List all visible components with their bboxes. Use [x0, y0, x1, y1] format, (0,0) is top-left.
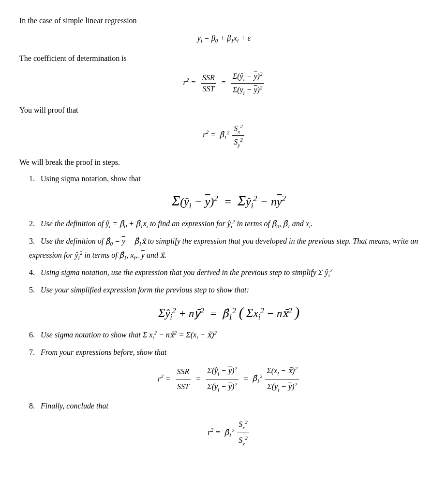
step-5: 5. Use your simplified expression form t… [29, 284, 429, 323]
proof-steps-intro: We will break the proof in steps. [19, 156, 429, 169]
step-8: 8. Finally, conclude that r2 = β̂12 Sx2 … [29, 400, 429, 448]
frac-step7-3: Σ(xi − x̄)2 Σ(yi − y)2 [265, 364, 299, 394]
proof-text: You will proof that [19, 104, 429, 116]
formula-step1: Σ(ŷi − y)2 = Σŷi2 − ny2 [29, 189, 429, 213]
steps-list: 1. Using sigma notation, show that Σ(ŷi … [29, 173, 429, 448]
step-6-num: 6. [29, 331, 39, 339]
step-7-text: From your expressions before, show that [41, 348, 166, 356]
step-8-num: 8. [29, 402, 39, 410]
step-5-text: Use your simplified expression form the … [41, 286, 249, 294]
formula-step5: Σŷi2 + nȳ2 = β̂12 ( Σxi2 − nx̄2 ) [29, 301, 429, 324]
frac-step8: Sx2 Sy2 [237, 418, 249, 448]
step-1-text: Using sigma notation, show that [41, 175, 141, 183]
step-5-num: 5. [29, 286, 39, 294]
step-3-num: 3. [29, 237, 39, 245]
formula-2: r2 = SSR SST = Σ(ŷi − y)2 Σ(yi − y)2 [19, 71, 429, 95]
formula-3: r2 = β̂12 Sx2 Sy2 [19, 123, 429, 147]
step-1-num: 1. [29, 175, 39, 183]
step-6: 6. Use sigma notation to show that Σ xi2… [29, 329, 429, 342]
step-6-text: Use sigma notation to show that Σ xi2 − … [41, 331, 217, 339]
formula-step8: r2 = β̂12 Sx2 Sy2 [29, 418, 429, 448]
formula-1: yi = β0 + β1xi + ε [19, 34, 429, 44]
frac-sx-sy: Sx2 Sy2 [232, 123, 244, 147]
frac-step7-1: SSR SST [176, 365, 191, 393]
step-7: 7. From your expressions before, show th… [29, 346, 429, 394]
intro-text: In the case of simple linear regression [19, 15, 429, 27]
step-2: 2. Use the definition of ŷi = β̂0 + β̂1x… [29, 218, 429, 231]
step-2-text: Use the definition of ŷi = β̂0 + β̂1xi t… [41, 219, 313, 228]
formula-step7: r2 = SSR SST = Σ(ŷi − y)2 Σ(yi − y)2 = β… [29, 364, 429, 394]
step-1: 1. Using sigma notation, show that Σ(ŷi … [29, 173, 429, 213]
step-4-text: Using sigma notation, use the expression… [41, 268, 332, 277]
step-7-num: 7. [29, 348, 39, 356]
frac-sigma-formula: Σ(ŷi − y)2 Σ(yi − y)2 [231, 71, 264, 95]
coeff-text: The coefficient of determination is [19, 52, 429, 65]
step-4: 4. Using sigma notation, use the express… [29, 266, 429, 280]
step-8-text: Finally, conclude that [41, 402, 108, 410]
step-3-text: Use the definition of β̂0 = y − β̂1x̄ to… [29, 237, 418, 259]
step-2-num: 2. [29, 219, 39, 228]
step-3: 3. Use the definition of β̂0 = y − β̂1x̄… [29, 235, 429, 262]
frac-step7-2: Σ(ŷi − y)2 Σ(yi − y)2 [206, 364, 239, 394]
frac-ssr-sst: SSR SST [201, 73, 216, 93]
step-4-num: 4. [29, 268, 39, 277]
